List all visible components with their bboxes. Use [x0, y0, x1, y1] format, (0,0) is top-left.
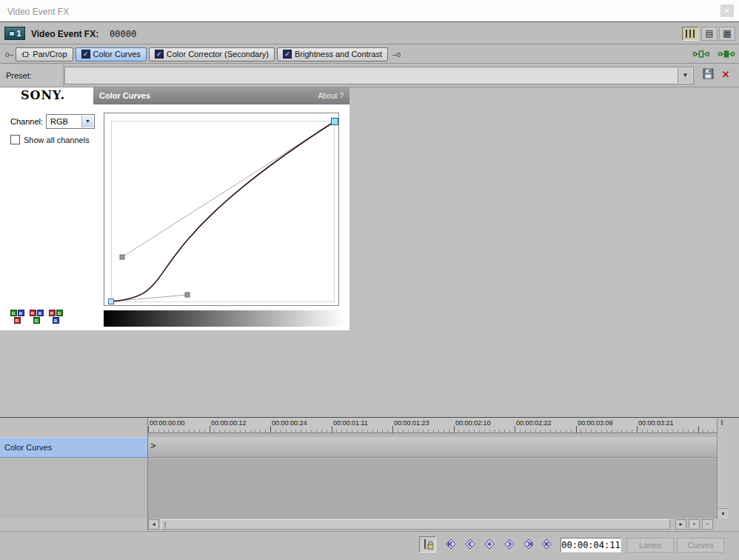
sync-cursor-icon	[422, 539, 433, 550]
chain-button-label: Brightness and Contrast	[295, 50, 382, 59]
video-event-fx-window: Video Event FX ✕ 1 Video Event FX: 00000…	[0, 0, 739, 560]
channel-order-widget-1[interactable]: G B R	[9, 310, 25, 325]
red-channel-chip[interactable]: R	[49, 310, 56, 316]
insert-plugin-icon	[718, 48, 735, 59]
ruler-tick-label: 00:00:02:22	[516, 419, 552, 427]
start-tangent-handle[interactable]	[185, 293, 190, 297]
sync-cursor-button[interactable]	[419, 536, 436, 553]
lanes-button[interactable]: Lanes	[626, 538, 674, 553]
last-keyframe-icon	[522, 538, 535, 550]
zoom-in-button[interactable]: +	[689, 519, 700, 530]
scroll-left-button[interactable]: ◂	[148, 519, 159, 530]
show-all-channels-label: Show all channels	[24, 136, 90, 144]
preset-input[interactable]	[66, 68, 678, 83]
green-channel-chip[interactable]: G	[33, 317, 40, 324]
delete-keyframe-button[interactable]	[538, 538, 555, 552]
enable-checkbox[interactable]: ✓	[81, 50, 90, 59]
curve-canvas[interactable]	[104, 113, 338, 305]
chain-button-pan-crop[interactable]: Pan/Crop	[16, 47, 73, 61]
cursor-timecode-display[interactable]: 00:00:04:11	[561, 538, 621, 553]
close-icon[interactable]: ✕	[720, 4, 734, 17]
chain-start-connector-icon: o–	[5, 50, 13, 59]
next-keyframe-icon	[503, 538, 516, 550]
blue-channel-chip[interactable]: B	[37, 310, 44, 316]
scrollbar-grip-icon[interactable]: ‖	[720, 419, 723, 427]
plugin-titlebar: Color Curves About ?	[93, 87, 350, 104]
chain-button-label: Color Corrector (Secondary)	[167, 50, 269, 59]
ruler-tick-label: 00:00:00:00	[150, 419, 185, 427]
scroll-down-button[interactable]: ▾	[718, 508, 729, 519]
timeline-ruler[interactable]: 00:00:00:00 00:00:00:12 00:00:00:24 00:0…	[148, 418, 717, 433]
fx-header: 1 Video Event FX: 00000 ▤ ▦	[0, 23, 739, 44]
enable-checkbox[interactable]: ✓	[155, 50, 164, 59]
delete-preset-button[interactable]: ✕	[718, 67, 733, 82]
blue-channel-chip[interactable]: B	[18, 310, 24, 316]
channel-dropdown-arrow-icon[interactable]: ▼	[81, 116, 93, 127]
curve-editor[interactable]	[104, 113, 339, 306]
previous-keyframe-button[interactable]	[462, 538, 478, 552]
chain-button-color-curves[interactable]: ✓ Color Curves	[76, 47, 147, 61]
timeline-horizontal-scrollbar[interactable]: ◂ ▸ + −	[148, 519, 717, 530]
channel-value: RGB	[50, 117, 68, 126]
preset-bar: Preset: ▼ ✕	[0, 64, 739, 87]
green-channel-chip[interactable]: G	[56, 310, 63, 316]
blue-channel-chip[interactable]: B	[53, 317, 59, 324]
channel-label: Channel:	[10, 117, 43, 126]
chain-button-color-corrector[interactable]: ✓ Color Corrector (Secondary)	[149, 47, 275, 61]
plugin-chain-button[interactable]	[692, 48, 711, 61]
fx-header-title: Video Event FX:	[31, 29, 98, 39]
thumb-grip	[164, 521, 166, 528]
save-preset-button[interactable]	[700, 68, 717, 83]
channel-order-widget-2[interactable]: R B G	[28, 310, 44, 325]
window-title: Video Event FX	[7, 7, 69, 17]
last-keyframe-button[interactable]	[521, 538, 537, 552]
chain-button-brightness-contrast[interactable]: ✓ Brightness and Contrast	[277, 47, 388, 61]
scroll-right-button[interactable]: ▸	[675, 519, 686, 530]
scrollbar-thumb[interactable]	[161, 519, 670, 530]
insert-plugin-button[interactable]	[717, 48, 736, 61]
curve-bounds	[112, 121, 335, 302]
delete-keyframe-icon	[540, 538, 553, 550]
insert-keyframe-button[interactable]	[481, 538, 498, 552]
show-all-channels-checkbox[interactable]	[10, 135, 20, 144]
channel-dropdown[interactable]: RGB ▼	[46, 114, 95, 129]
curve-start-point[interactable]	[109, 299, 114, 304]
keyframe-start-marker[interactable]: >	[150, 440, 156, 451]
plugin-title: Color Curves	[99, 91, 150, 100]
sony-logo: SONY.	[0, 87, 93, 104]
curves-button[interactable]: Curves	[677, 538, 724, 553]
ruler-tick-label: 00:00:01:11	[333, 419, 368, 427]
layout-vertical-button[interactable]	[682, 27, 698, 41]
red-channel-chip[interactable]: R	[30, 310, 36, 316]
keyframe-row-header[interactable]: Color Curves	[0, 437, 147, 458]
green-channel-chip[interactable]: G	[10, 310, 17, 316]
channel-order-widget-3[interactable]: R G B	[47, 310, 64, 325]
curve-end-point[interactable]	[332, 119, 338, 125]
ruler-tick-label: 00:00:01:23	[394, 419, 429, 427]
keyframe-row-track[interactable]: >	[148, 437, 717, 458]
timeline-header-area	[0, 459, 147, 519]
first-keyframe-icon	[444, 538, 458, 550]
vertical-bars-icon	[686, 30, 695, 38]
timeline-vertical-scrollbar[interactable]: ‖ ▾	[717, 418, 729, 519]
about-link[interactable]: About ?	[318, 92, 344, 100]
chain-end-connector-icon: –o	[392, 50, 401, 59]
pan-crop-icon	[21, 50, 30, 59]
end-tangent-handle[interactable]	[120, 255, 124, 259]
red-channel-chip[interactable]: R	[14, 317, 21, 324]
rgb-curve[interactable]	[111, 121, 335, 301]
first-keyframe-button[interactable]	[443, 538, 459, 552]
preset-combobox[interactable]: ▼	[64, 67, 694, 84]
layout-rows-button[interactable]: ▤	[701, 27, 718, 41]
enable-checkbox[interactable]: ✓	[283, 50, 292, 59]
preset-dropdown-arrow-icon[interactable]: ▼	[678, 68, 692, 83]
rows-icon: ▤	[705, 28, 713, 39]
grid-icon: ▦	[723, 28, 731, 39]
plugin-chain-icon	[692, 48, 710, 59]
event-id: 00000	[110, 29, 136, 39]
show-all-channels-control[interactable]: Show all channels	[10, 135, 90, 144]
zoom-out-button[interactable]: −	[702, 519, 713, 530]
next-keyframe-button[interactable]	[501, 538, 518, 552]
timeline-track-area	[148, 459, 717, 519]
layout-grid-button[interactable]: ▦	[719, 27, 735, 41]
